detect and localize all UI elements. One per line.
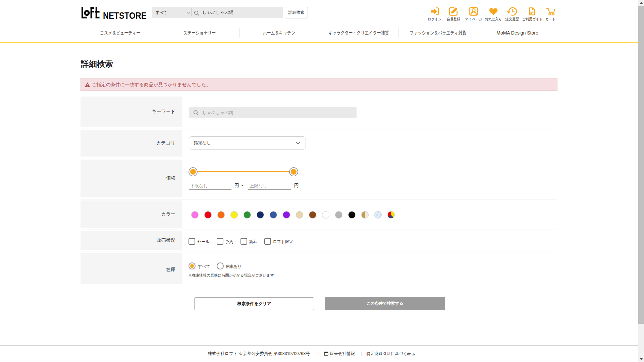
svg-text:NETSTORE: NETSTORE [103, 11, 147, 21]
